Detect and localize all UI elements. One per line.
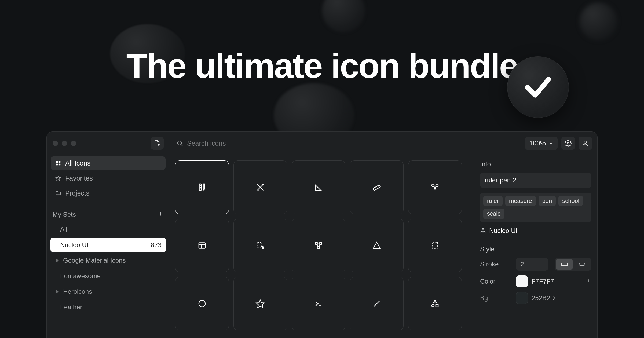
nav-label: Favorites: [65, 174, 93, 182]
zoom-value: 100%: [529, 139, 546, 147]
set-item-nucleo-ui[interactable]: Nucleo UI 873: [50, 238, 166, 252]
vector-nodes-icon: [314, 241, 323, 250]
traffic-minimize[interactable]: [62, 141, 67, 146]
inspector: Info ruler-pen-2 ruler measure pen schoo…: [474, 155, 597, 338]
icon-tile-scissors[interactable]: [408, 160, 462, 214]
icon-tile-pencil-ruler-cross[interactable]: [233, 160, 287, 214]
icon-tile-ruler-pen[interactable]: [175, 160, 229, 214]
cap-butt-button[interactable]: [556, 259, 573, 270]
sitemap-icon: [480, 228, 486, 234]
icon-name-field[interactable]: ruler-pen-2: [480, 173, 591, 188]
nav-favorites[interactable]: Favorites: [51, 171, 166, 185]
nav-projects[interactable]: Projects: [51, 186, 166, 200]
set-item-google-material[interactable]: Google Material Icons: [50, 253, 166, 268]
shapes-icon: [430, 299, 440, 308]
icon-tile-shapes[interactable]: [408, 277, 462, 330]
cap-round-button[interactable]: [574, 259, 590, 270]
stroke-input[interactable]: 2: [516, 258, 548, 271]
layout-icon: [197, 241, 207, 250]
bg-hex[interactable]: 252B2D: [532, 294, 555, 302]
icon-tile-triangle-warning[interactable]: [350, 219, 404, 272]
grid-icon: [55, 160, 61, 166]
svg-point-7: [567, 142, 569, 144]
stroke-label: Stroke: [480, 260, 512, 268]
scissors-icon: [430, 182, 440, 192]
gear-icon: [565, 140, 572, 147]
svg-rect-26: [481, 232, 482, 233]
toolbar: 100%: [170, 132, 597, 155]
icon-tile-circle[interactable]: [175, 277, 229, 330]
decorative-blob: [322, 0, 365, 32]
color-label: Color: [480, 278, 512, 285]
plus-icon: [586, 278, 591, 284]
set-link-label: Nucleo UI: [489, 227, 517, 234]
tag[interactable]: scale: [483, 209, 504, 219]
titlebar: [47, 132, 170, 155]
svg-rect-28: [561, 263, 567, 265]
icon-tile-ruler-diagonal[interactable]: [350, 160, 404, 214]
cap-round-icon: [578, 262, 586, 267]
checkmark-badge: [507, 56, 569, 118]
svg-rect-25: [482, 229, 484, 230]
bg-label: Bg: [480, 294, 512, 302]
icon-tile-layout[interactable]: [175, 219, 229, 272]
icon-tile-select[interactable]: [233, 219, 287, 272]
set-item-fontawesome[interactable]: Fontawesome: [50, 269, 166, 283]
terminal-icon: [314, 299, 323, 308]
icon-tile-star[interactable]: [233, 277, 287, 330]
window-traffic-lights[interactable]: [53, 141, 76, 146]
search-input[interactable]: [187, 139, 521, 147]
icon-name-value: ruler-pen-2: [485, 177, 516, 184]
triangle-icon: [372, 241, 382, 250]
svg-point-8: [584, 141, 587, 143]
folder-icon: [55, 190, 61, 196]
set-link[interactable]: Nucleo UI: [480, 227, 591, 234]
svg-marker-5: [56, 176, 61, 181]
new-document-button[interactable]: [151, 137, 164, 150]
set-count: 873: [151, 241, 162, 249]
set-item-all[interactable]: All: [50, 222, 166, 237]
svg-rect-17: [317, 247, 320, 249]
nav-label: Projects: [65, 189, 89, 197]
chevron-down-icon: [548, 141, 553, 146]
app-window: All Icons Favorites Projects My Sets: [46, 131, 598, 338]
settings-button[interactable]: [561, 137, 575, 150]
icon-tile-dashed-square-plus[interactable]: [408, 219, 462, 272]
tag[interactable]: school: [558, 196, 583, 206]
tag[interactable]: ruler: [483, 196, 503, 206]
icon-tile-line[interactable]: [350, 277, 404, 330]
tag[interactable]: measure: [505, 196, 536, 206]
traffic-close[interactable]: [53, 141, 58, 146]
svg-rect-4: [59, 164, 60, 165]
add-set-button[interactable]: [158, 211, 164, 218]
dashed-square-plus-icon: [430, 241, 440, 250]
account-button[interactable]: [579, 137, 592, 150]
section-title: My Sets: [53, 211, 76, 218]
nav-label: All Icons: [65, 159, 90, 167]
star-icon: [255, 299, 265, 308]
icon-tile-vector-nodes[interactable]: [292, 219, 345, 272]
select-icon: [255, 241, 265, 250]
set-label: Nucleo UI: [60, 241, 88, 249]
color-hex[interactable]: F7F7F7: [532, 278, 554, 285]
ruler-pen-icon: [197, 182, 207, 192]
set-label: Feather: [60, 303, 82, 311]
tag[interactable]: pen: [539, 196, 556, 206]
workspace: Info ruler-pen-2 ruler measure pen schoo…: [170, 155, 597, 338]
bg-swatch[interactable]: [516, 292, 528, 304]
color-swatch[interactable]: [516, 275, 528, 287]
sidebar: All Icons Favorites Projects My Sets: [47, 132, 170, 338]
svg-rect-27: [484, 232, 485, 233]
stroke-row: Stroke 2: [480, 258, 591, 271]
icon-tile-terminal[interactable]: [292, 277, 345, 330]
icon-tile-ruler-triangle[interactable]: [292, 160, 345, 214]
nav-all-icons[interactable]: All Icons: [51, 156, 166, 170]
icon-grid: [170, 155, 474, 338]
set-label: Heroicons: [63, 288, 92, 295]
zoom-dropdown[interactable]: 100%: [525, 137, 558, 150]
traffic-zoom[interactable]: [71, 141, 76, 146]
set-item-heroicons[interactable]: Heroicons: [50, 284, 166, 299]
add-color-button[interactable]: [586, 278, 591, 285]
tags-box[interactable]: ruler measure pen school scale: [480, 193, 591, 222]
set-item-feather[interactable]: Feather: [50, 300, 166, 314]
